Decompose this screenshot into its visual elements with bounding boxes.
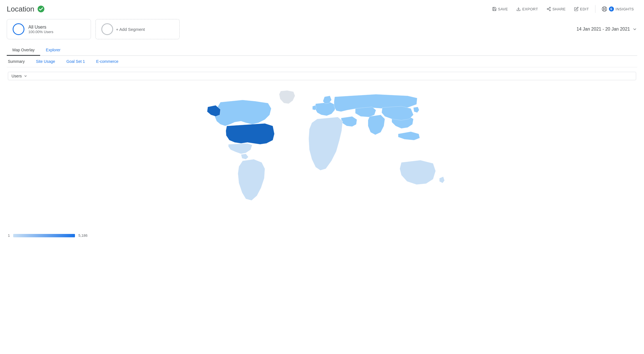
segment-circle-icon bbox=[13, 23, 24, 35]
page-header: Location SAVE EXPOR bbox=[7, 4, 637, 13]
svg-line-5 bbox=[548, 9, 549, 10]
segment-name: All Users bbox=[28, 25, 53, 30]
svg-point-0 bbox=[38, 6, 44, 12]
share-icon bbox=[547, 7, 551, 11]
svg-line-11 bbox=[605, 7, 606, 8]
segment-percentage: 100.00% Users bbox=[28, 30, 53, 34]
svg-point-3 bbox=[547, 8, 548, 10]
add-segment-circle bbox=[101, 23, 113, 35]
world-map bbox=[7, 85, 637, 231]
metric-label: Users bbox=[12, 74, 22, 78]
svg-point-4 bbox=[549, 10, 551, 11]
subtab-goal-set-1[interactable]: Goal Set 1 bbox=[61, 56, 90, 67]
subtab-summary[interactable]: Summary bbox=[7, 56, 30, 67]
svg-point-2 bbox=[549, 7, 551, 8]
main-tabs: Map Overlay Explorer bbox=[7, 45, 637, 56]
insights-badge: 6 bbox=[609, 6, 614, 12]
date-range[interactable]: 14 Jan 2021 - 20 Jan 2021 bbox=[577, 27, 637, 32]
date-dropdown-icon[interactable] bbox=[632, 27, 637, 32]
edit-button[interactable]: EDIT bbox=[571, 5, 592, 13]
divider bbox=[595, 5, 595, 13]
export-label: EXPORT bbox=[522, 7, 538, 11]
svg-point-8 bbox=[603, 8, 605, 10]
tab-map-overlay[interactable]: Map Overlay bbox=[7, 45, 40, 56]
date-range-label: 14 Jan 2021 - 20 Jan 2021 bbox=[577, 27, 630, 32]
metric-dropdown[interactable]: Users bbox=[8, 72, 636, 80]
save-button[interactable]: SAVE bbox=[489, 5, 511, 13]
metric-selector-row: Users bbox=[7, 67, 637, 85]
insights-label: INSIGHTS bbox=[616, 7, 634, 11]
segment-row: All Users 100.00% Users + Add Segment 14… bbox=[7, 19, 637, 39]
map-container bbox=[7, 85, 637, 231]
legend-max: 5,186 bbox=[78, 233, 88, 238]
export-icon bbox=[516, 7, 521, 11]
subtab-ecommerce[interactable]: E-commerce bbox=[91, 56, 124, 67]
header-actions: SAVE EXPORT SHARE bbox=[489, 4, 637, 13]
export-button[interactable]: EXPORT bbox=[513, 5, 541, 13]
add-segment-card[interactable]: + Add Segment bbox=[95, 19, 180, 39]
svg-line-10 bbox=[605, 10, 606, 11]
svg-line-6 bbox=[548, 8, 549, 9]
share-label: SHARE bbox=[552, 7, 566, 11]
share-button[interactable]: SHARE bbox=[543, 5, 569, 13]
svg-line-9 bbox=[603, 7, 604, 8]
legend-row: 1 5,186 bbox=[7, 231, 637, 240]
add-segment-label: + Add Segment bbox=[116, 27, 145, 32]
save-icon bbox=[492, 7, 497, 11]
legend-min: 1 bbox=[8, 233, 10, 238]
edit-icon bbox=[574, 7, 579, 11]
subtab-site-usage[interactable]: Site Usage bbox=[30, 56, 61, 67]
verified-icon bbox=[37, 5, 45, 13]
metric-dropdown-icon bbox=[24, 74, 28, 78]
save-label: SAVE bbox=[498, 7, 508, 11]
page-title: Location bbox=[7, 5, 34, 13]
svg-line-12 bbox=[603, 10, 604, 11]
segment-info: All Users 100.00% Users bbox=[28, 25, 53, 34]
primary-segment-card[interactable]: All Users 100.00% Users bbox=[7, 19, 91, 39]
insights-button[interactable]: 6 INSIGHTS bbox=[598, 4, 637, 13]
subtabs: Summary Site Usage Goal Set 1 E-commerce bbox=[7, 56, 637, 67]
edit-label: EDIT bbox=[580, 7, 589, 11]
insights-icon bbox=[602, 6, 607, 12]
legend-bar bbox=[13, 234, 75, 237]
tab-explorer[interactable]: Explorer bbox=[40, 45, 66, 56]
header-left: Location bbox=[7, 5, 45, 13]
